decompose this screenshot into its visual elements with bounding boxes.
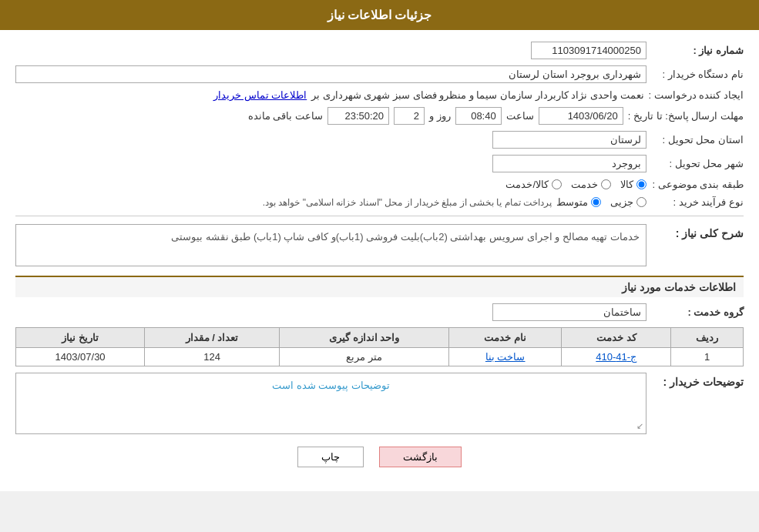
table-header-row: ردیف کد خدمت نام خدمت واحد اندازه گیری ت… [16,328,744,348]
col-unit: واحد اندازه گیری [279,328,448,348]
col-date: تاریخ نیاز [16,328,145,348]
radio-motavasset-label: متوسط [556,196,588,208]
mohlat-time-value: 08:40 [455,107,502,125]
mohlat-date-value: 1403/06/20 [539,107,623,125]
back-button[interactable]: بازگشت [379,447,462,467]
tosehat-box-wrapper: توضیحات پیوست شده است ↙ [15,373,646,434]
mohlat-remaining-value: 23:50:20 [327,107,389,125]
upload-corner-icon: ↙ [636,421,643,431]
tabaqe-bandi-row: طبقه بندی موضوعی : کالا خدمت کالا/خدمت [15,179,744,190]
grouh-khadamat-label: گروه خدمت : [651,306,744,318]
saat-label: ساعت [506,110,534,122]
farayand-radio-group: جزیی متوسط [556,196,646,208]
col-code: کد خدمت [562,328,671,348]
noe-farayand-row: نوع فرآیند خرید : جزیی متوسط پرداخت تمام… [15,196,744,208]
mohlat-ersal-label: مهلت ارسال پاسخ: تا تاریخ : [628,110,744,122]
sharh-niaz-value: خدمات تهیه مصالح و اجرای سرویس بهداشتی (… [15,224,646,266]
roz-label: روز و [429,110,451,122]
header-bar: جزئیات اطلاعات نیاز [0,0,759,30]
tabaqe-bandi-label: طبقه بندی موضوعی : [651,179,744,190]
content-area: شماره نیاز : 1103091714000250 نام دستگاه… [0,30,759,491]
ijad-konande-link[interactable]: اطلاعات تماس خریدار [213,89,307,101]
shomare-niaz-row: شماره نیاز : 1103091714000250 [15,42,744,59]
header-title: جزئیات اطلاعات نیاز [327,8,432,22]
col-radif: ردیف [671,328,744,348]
buttons-row: بازگشت چاپ [15,447,744,467]
mohlat-days-value: 2 [394,107,425,125]
sharh-niaz-label: شرح کلی نیاز : [651,224,744,239]
cell-date: 1403/07/30 [16,348,145,366]
ijad-konande-label: ایجاد کننده درخواست : [649,89,744,101]
shomare-niaz-label: شماره نیاز : [651,45,744,56]
radio-kala-input[interactable] [636,179,646,189]
table-row: 1 ج-41-410 ساخت بنا متر مربع 124 1403/07… [16,348,744,366]
noe-farayand-label: نوع فرآیند خرید : [651,196,744,208]
radio-jozi: جزیی [610,196,646,208]
farayand-note: پرداخت تمام یا بخشی از مبلغ خریدار از مح… [263,197,552,208]
radio-motavasset: متوسط [556,196,601,208]
cell-code[interactable]: ج-41-410 [562,348,671,366]
shahr-tahvil-label: شهر محل تحویل : [651,158,744,169]
sharh-niaz-row: شرح کلی نیاز : خدمات تهیه مصالح و اجرای … [15,224,744,266]
service-section-header: اطلاعات خدمات مورد نیاز [15,276,744,297]
ijad-konande-value: نعمت واحدی نژاد کاربردار سازمان سیما و م… [311,89,643,101]
ijad-konande-row: ایجاد کننده درخواست : نعمت واحدی نژاد کا… [15,89,744,101]
cell-name[interactable]: ساخت بنا [449,348,562,366]
radio-khadamat: خدمت [571,179,611,190]
baqi-label: ساعت باقی مانده [248,110,323,122]
col-name: نام خدمت [449,328,562,348]
radio-motavasset-input[interactable] [591,197,601,207]
radio-kala-khadamat-input[interactable] [552,179,562,189]
tosehat-note: توضیحات پیوست شده است [22,380,640,391]
page-wrapper: جزئیات اطلاعات نیاز شماره نیاز : 1103091… [0,0,759,491]
grouh-khadamat-value: ساختمان [492,303,646,321]
separator-1 [15,216,744,216]
nam-dastgah-row: نام دستگاه خریدار : شهرداری بروجرد استان… [15,65,744,83]
nam-dastgah-label: نام دستگاه خریدار : [651,69,744,80]
radio-jozi-input[interactable] [636,197,646,207]
cell-count: 124 [145,348,280,366]
radio-jozi-label: جزیی [610,196,633,208]
ostan-tahvil-label: استان محل تحویل : [651,134,744,146]
tabaqe-radio-group: کالا خدمت کالا/خدمت [505,179,646,190]
nam-dastgah-value: شهرداری بروجرد استان لرستان [15,65,646,83]
services-table: ردیف کد خدمت نام خدمت واحد اندازه گیری ت… [15,327,744,366]
shahr-tahvil-value: بروجرد [492,155,646,172]
cell-unit: متر مربع [279,348,448,366]
radio-kala-khadamat-label: کالا/خدمت [505,179,549,190]
cell-radif: 1 [671,348,744,366]
grouh-khadamat-row: گروه خدمت : ساختمان [15,303,744,321]
tosehat-box: توضیحات پیوست شده است [15,373,646,434]
radio-khadamat-input[interactable] [601,179,611,189]
radio-kala: کالا [620,179,646,190]
shomare-niaz-value: 1103091714000250 [531,42,646,59]
radio-kala-khadamat: کالا/خدمت [505,179,562,190]
shahr-tahvil-row: شهر محل تحویل : بروجرد [15,155,744,172]
ostan-tahvil-value: لرستان [492,131,646,149]
radio-khadamat-label: خدمت [571,179,598,190]
tosehat-row: توضیحات خریدار : توضیحات پیوست شده است ↙ [15,373,744,434]
radio-kala-label: کالا [620,179,633,190]
ostan-tahvil-row: استان محل تحویل : لرستان [15,131,744,149]
print-button[interactable]: چاپ [297,447,364,467]
tosehat-label: توضیحات خریدار : [651,373,744,388]
mohlat-ersal-row: مهلت ارسال پاسخ: تا تاریخ : 1403/06/20 س… [15,107,744,125]
col-count: تعداد / مقدار [145,328,280,348]
